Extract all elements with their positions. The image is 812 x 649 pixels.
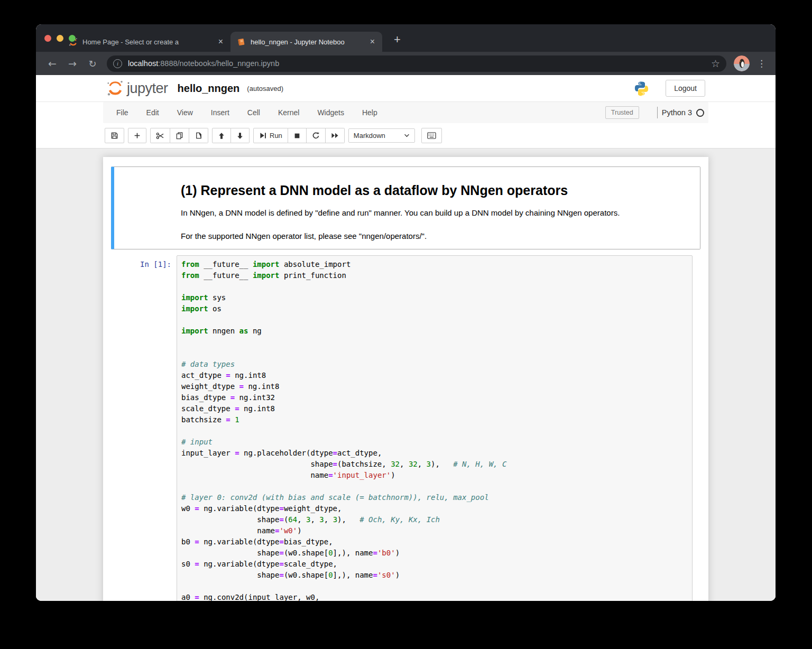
cell-type-select[interactable]: Markdown — [348, 128, 415, 143]
forward-icon[interactable]: → — [64, 55, 80, 71]
copy-icon — [176, 132, 183, 140]
code-line: # layer 0: conv2d (with bias and scale (… — [181, 492, 688, 503]
code-line: weight_dtype = ng.int8 — [181, 381, 688, 392]
cell-type-value: Markdown — [354, 132, 404, 140]
url-path: :8888/notebooks/hello_nngen.ipynb — [158, 59, 279, 68]
markdown-heading: (1) Represent a DNN model as a dataflow … — [181, 182, 695, 198]
menu-bar: File Edit View Insert Cell Kernel Widget… — [103, 102, 708, 123]
menu-file[interactable]: File — [107, 108, 137, 117]
jupyter-logo-icon — [107, 80, 124, 97]
code-line: name='input_layer') — [181, 470, 688, 481]
jupyter-logo[interactable]: jupyter — [107, 80, 168, 97]
code-line: import sys — [181, 292, 688, 303]
notebook-title[interactable]: hello_nngen — [178, 82, 240, 95]
traffic-lights — [44, 35, 76, 42]
code-line: # input — [181, 437, 688, 448]
input-prompt: In [1]: — [140, 260, 171, 268]
jupyter-logo-text: jupyter — [127, 80, 168, 97]
stop-icon — [293, 132, 301, 140]
code-line: a0 = ng.conv2d(input_layer, w0, — [181, 592, 688, 601]
code-line: batchsize = 1 — [181, 414, 688, 425]
fast-forward-icon — [331, 132, 339, 140]
cut-cell-button[interactable] — [150, 128, 170, 143]
code-line: from __future__ import print_function — [181, 270, 688, 281]
code-line — [181, 348, 688, 359]
minimize-window-button[interactable] — [57, 35, 63, 42]
restart-kernel-button[interactable] — [307, 128, 326, 143]
profile-avatar[interactable] — [734, 55, 750, 71]
code-input-area[interactable]: from __future__ import absolute_importfr… — [177, 255, 693, 601]
zoom-window-button[interactable] — [69, 35, 76, 42]
keyboard-icon — [427, 132, 436, 139]
code-line: shape=(w0.shape[0],), name='b0') — [181, 548, 688, 559]
run-icon — [259, 132, 267, 140]
restart-run-all-button[interactable] — [326, 128, 345, 143]
code-line: import os — [181, 303, 688, 314]
menu-widgets[interactable]: Widgets — [308, 108, 353, 117]
save-icon — [110, 132, 118, 140]
code-line: # data types — [181, 359, 688, 370]
chevron-down-icon — [404, 134, 410, 137]
menu-view[interactable]: View — [168, 108, 202, 117]
paste-cell-button[interactable] — [189, 128, 208, 143]
code-line: scale_dtype = ng.int8 — [181, 403, 688, 414]
new-tab-button[interactable]: + — [390, 32, 405, 48]
toolbar: Run Markdown — [36, 123, 776, 149]
tab-title: hello_nngen - Jupyter Noteboo — [251, 38, 365, 46]
code-line: w0 = ng.variable(dtype=weight_dtype, — [181, 503, 688, 514]
code-line — [181, 281, 688, 292]
run-button-label: Run — [270, 132, 282, 140]
back-icon[interactable]: ← — [44, 55, 60, 71]
code-line: shape=(batchsize, 32, 32, 3), # N, H, W,… — [181, 459, 688, 470]
code-line — [181, 425, 688, 437]
notebook-container: (1) Represent a DNN model as a dataflow … — [103, 157, 708, 601]
markdown-cell[interactable]: (1) Represent a DNN model as a dataflow … — [111, 166, 700, 249]
menu-insert[interactable]: Insert — [202, 108, 238, 117]
address-bar: ← → ↻ i localhost:8888/notebooks/hello_n… — [36, 52, 776, 75]
copy-cell-button[interactable] — [170, 128, 189, 143]
url-field[interactable]: i localhost:8888/notebooks/hello_nngen.i… — [107, 55, 726, 72]
restart-icon — [312, 132, 320, 140]
menu-cell[interactable]: Cell — [238, 108, 269, 117]
kernel-name: Python 3 — [662, 108, 692, 117]
url-host: localhost — [128, 59, 158, 68]
menu-edit[interactable]: Edit — [137, 108, 168, 117]
move-cell-up-button[interactable] — [212, 128, 231, 143]
code-line — [181, 481, 688, 492]
logout-button[interactable]: Logout — [666, 80, 705, 97]
cut-icon — [156, 132, 164, 140]
markdown-body: (1) Represent a DNN model as a dataflow … — [177, 167, 700, 249]
close-window-button[interactable] — [44, 35, 51, 42]
code-line: act_dtype = ng.int8 — [181, 370, 688, 381]
tab-home-page[interactable]: Home Page - Select or create a × — [62, 32, 230, 52]
code-line: shape=(w0.shape[0],), name='s0') — [181, 570, 688, 581]
code-line: bias_dtype = ng.int32 — [181, 392, 688, 403]
code-line: b0 = ng.variable(dtype=bias_dtype, — [181, 536, 688, 548]
code-line — [181, 581, 688, 592]
tab-title: Home Page - Select or create a — [82, 38, 213, 46]
code-line: name='w0') — [181, 525, 688, 536]
command-palette-button[interactable] — [421, 128, 442, 143]
code-line — [181, 314, 688, 326]
run-cell-button[interactable]: Run — [253, 128, 288, 143]
url-text[interactable]: localhost:8888/notebooks/hello_nngen.ipy… — [128, 59, 711, 68]
code-cell[interactable]: In [1]: from __future__ import absolute_… — [111, 255, 700, 601]
interrupt-kernel-button[interactable] — [288, 128, 307, 143]
add-cell-button[interactable] — [128, 128, 146, 143]
bookmark-star-icon[interactable]: ☆ — [711, 58, 720, 69]
close-tab-icon[interactable]: × — [368, 37, 377, 47]
move-cell-down-button[interactable] — [231, 128, 250, 143]
menu-help[interactable]: Help — [353, 108, 386, 117]
code-lines: from __future__ import absolute_importfr… — [181, 259, 688, 601]
tab-hello-nngen[interactable]: hello_nngen - Jupyter Noteboo × — [230, 32, 382, 52]
reload-icon[interactable]: ↻ — [85, 55, 100, 71]
site-info-icon[interactable]: i — [113, 59, 122, 68]
save-button[interactable] — [105, 128, 124, 143]
browser-menu-icon[interactable]: ⋮ — [757, 58, 766, 69]
markdown-paragraph: In NNgen, a DNN model is defined by "def… — [181, 208, 695, 218]
markdown-prompt-area — [114, 167, 177, 249]
trusted-badge: Trusted — [605, 106, 639, 119]
close-tab-icon[interactable]: × — [216, 37, 225, 47]
menu-kernel[interactable]: Kernel — [269, 108, 308, 117]
browser-window: Home Page - Select or create a × hello_n… — [36, 24, 776, 601]
